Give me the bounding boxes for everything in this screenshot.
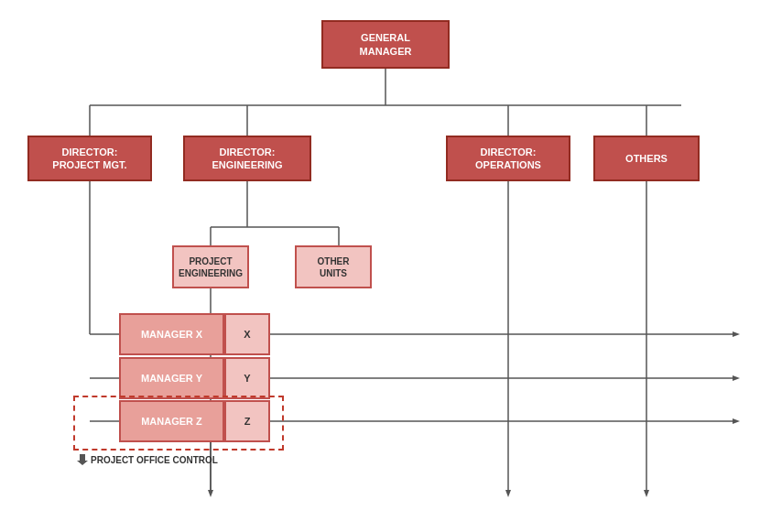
- arrow-down-icon: [77, 454, 88, 465]
- z-box: Z: [224, 400, 270, 442]
- project-office-label: PROJECT OFFICE CONTROL: [77, 454, 218, 465]
- director-operations-box: DIRECTOR: OPERATIONS: [446, 136, 570, 181]
- manager-y-box: MANAGER Y: [119, 357, 224, 399]
- connector-lines: [0, 0, 771, 532]
- svg-marker-22: [733, 331, 740, 337]
- org-chart: GENERAL MANAGER DIRECTOR: PROJECT MGT. D…: [0, 0, 771, 532]
- svg-marker-36: [208, 490, 213, 497]
- director-engineering-box: DIRECTOR: ENGINEERING: [183, 136, 311, 181]
- manager-x-box: MANAGER X: [119, 313, 224, 355]
- x-box: X: [224, 313, 270, 355]
- svg-marker-33: [733, 418, 740, 424]
- others-box: OTHERS: [593, 136, 700, 181]
- manager-z-box: MANAGER Z: [119, 400, 224, 442]
- other-units-box: OTHER UNITS: [295, 245, 372, 288]
- director-project-box: DIRECTOR: PROJECT MGT.: [27, 136, 152, 181]
- y-box: Y: [224, 357, 270, 399]
- project-engineering-box: PROJECT ENGINEERING: [172, 245, 249, 288]
- svg-marker-40: [644, 490, 649, 497]
- general-manager-box: GENERAL MANAGER: [321, 20, 450, 69]
- svg-marker-41: [77, 454, 88, 465]
- svg-marker-27: [733, 375, 740, 381]
- svg-marker-38: [505, 490, 511, 497]
